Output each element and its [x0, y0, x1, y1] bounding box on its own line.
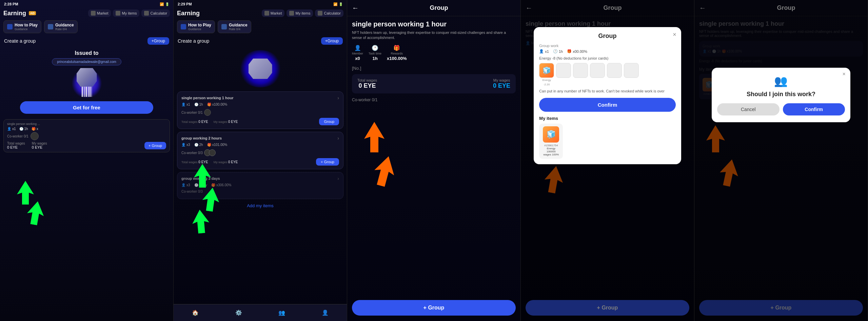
bottom-nav-person[interactable]: 👤: [320, 308, 330, 318]
svg-marker-3: [201, 187, 221, 212]
co-worker-section-1: Co-worker 0/1: [7, 131, 166, 142]
svg-marker-2: [194, 164, 211, 188]
bottom-nav-settings[interactable]: ⚙️: [234, 308, 243, 318]
group-card-title-0: single person working 1 hour: [181, 96, 233, 100]
avatar-1: [31, 132, 39, 140]
wages-0: Total wages 0 EYE My wages 0 EYE: [181, 120, 238, 124]
chevron-right-1: ›: [337, 135, 339, 141]
item-detail-4: Energy 100000wages 100%: [542, 147, 560, 156]
confirm-button[interactable]: Confirm: [783, 103, 845, 115]
panel-earning-2: 2:29 PM 📶 🔋 Earning Market My items Calc…: [174, 0, 347, 321]
get-free-button[interactable]: Get for free: [20, 101, 153, 114]
modal-close-btn-4[interactable]: ×: [673, 31, 676, 38]
guidance-btn-2[interactable]: Guidance Rate 0/4: [218, 20, 251, 33]
panel-earning-1: 2:28 PM 📶 🔋 Earning AD Market My items C…: [0, 0, 174, 321]
stat-rewards: 🎁 Rewards x100.00%: [387, 45, 407, 61]
how-to-play-btn-2[interactable]: How to Play Guidance: [177, 20, 215, 33]
panel-confirm-dialog: ← Group single person working 1 hour NFT…: [694, 0, 868, 321]
chevron-right-0: ›: [337, 95, 339, 101]
nft-glow-1: [72, 68, 102, 99]
create-group-button-2[interactable]: +Group: [321, 37, 343, 45]
group-join-btn-1[interactable]: + Group: [316, 158, 339, 166]
issued-to-label: Issued to: [75, 50, 98, 56]
create-group-label-1: Create a group: [4, 38, 36, 44]
coworker-text-3: Co-worker 0/1: [352, 98, 516, 102]
tab-myitems-1[interactable]: My items: [113, 9, 139, 17]
tab-market-2[interactable]: Market: [262, 9, 285, 17]
time-2: 2:29 PM: [178, 2, 192, 6]
modal-stats-row-4: 👤 x1 🕐 1h 🎁 x00.00%: [539, 49, 675, 53]
nft-slot-empty-4[interactable]: [607, 63, 622, 78]
tab-calculator-1[interactable]: Calculator: [141, 9, 170, 17]
nft-slot-empty-5[interactable]: [624, 63, 639, 78]
add-my-items-link[interactable]: Add my items: [174, 201, 347, 210]
modal-my-items-label-4: My items: [539, 116, 675, 121]
tab-calculator-2[interactable]: Calculator: [315, 9, 343, 17]
confirm-box: × 👥 Should I join this work? Cancel Conf…: [712, 68, 850, 122]
create-group-label-2: Create a group: [178, 38, 209, 44]
barcode-icon: [78, 85, 95, 99]
nav-title-2: Earning: [177, 10, 200, 17]
tab-myitems-2[interactable]: My items: [287, 9, 313, 17]
nft-hero-2: [174, 47, 347, 89]
modal-item-card-4[interactable]: 🧊 #15901754 Energy 100000wages 100%: [539, 124, 563, 159]
nft-slot-empty-3[interactable]: [590, 63, 605, 78]
guidance-btn-1[interactable]: Guidance Rate 0/4: [44, 20, 78, 33]
nft-shape-2: [249, 59, 272, 79]
stat-tasktime: 🕐 Task time 1h: [369, 45, 381, 61]
tab-market-1[interactable]: Market: [88, 9, 111, 17]
bottom-nav-group[interactable]: 👥: [277, 308, 287, 318]
panel-group-modal: ← Group single person working 1 hour NFT…: [521, 0, 694, 321]
status-bar-2: 2:29 PM 📶 🔋: [174, 0, 347, 8]
wages-row-mini: Total wages0 EYE My wages0 EYE: [7, 142, 47, 149]
join-group-button-3[interactable]: + Group: [352, 300, 516, 316]
back-button-3[interactable]: ←: [352, 4, 359, 12]
myitems-icon: [116, 11, 120, 16]
confirm-modal-overlay: × 👥 Should I join this work? Cancel Conf…: [694, 0, 868, 321]
confirm-close-btn[interactable]: ×: [843, 71, 846, 77]
modal-title-4: Group: [539, 33, 675, 40]
group-detail-desc: NFT holders team up, leveraging their ex…: [352, 30, 516, 41]
guidance-icon-1: [48, 24, 53, 29]
group-detail-stats: 👤 Member x0 🕐 Task time 1h 🎁 Rewards x10…: [352, 45, 516, 61]
nft-slot-empty-2[interactable]: [573, 63, 588, 78]
modal-confirm-button-4[interactable]: Confirm: [539, 98, 675, 112]
modal-energy-note-4: Energy -8 (No deductions for junior card…: [539, 56, 675, 60]
total-wages-block: Total wages 0 EYE: [357, 78, 377, 89]
modal-desc-4: Can put in any number of NFTs to work. C…: [539, 89, 675, 94]
bottom-nav-home[interactable]: 🏠: [191, 308, 200, 318]
issued-email: princeabdulsamadadewale@gmail.com: [52, 58, 121, 65]
group-card-0: single person working 1 hour › 👤 x1 🕐 1h…: [177, 91, 343, 129]
nav-title-1: Earning: [3, 10, 26, 17]
create-group-bar-2: Create a group +Group: [174, 35, 347, 47]
nft-shape-1: [77, 68, 97, 99]
cancel-button[interactable]: Cancel: [717, 103, 779, 115]
nav-tabs-2: Market My items Calculator: [262, 9, 343, 17]
group-join-btn-0[interactable]: Group: [319, 118, 339, 125]
green-arrow-p2-1: [194, 164, 211, 189]
play-icon-1: [7, 24, 13, 29]
mini-group-card-1: single person working ... 👤 x1 🕐 1h 🎁 x …: [3, 119, 170, 152]
how-to-play-text-1: How to Play Guidance: [15, 23, 38, 31]
panel-title-3: Group: [362, 4, 516, 12]
bottom-nav-2: 🏠 ⚙️ 👥 👤: [174, 304, 347, 321]
create-group-button-1[interactable]: +Group: [147, 37, 169, 45]
guidance-bar-1: How to Play Guidance Guidance Rate 0/4: [0, 18, 173, 35]
group-join-mini-btn[interactable]: + Group: [144, 142, 166, 149]
group-detail-content: single person working 1 hour NFT holders…: [347, 16, 520, 111]
how-to-play-btn-1[interactable]: How to Play Guidance: [3, 20, 41, 33]
panel-header-3: ← Group: [347, 0, 520, 16]
green-arrow-p2-3: [191, 209, 210, 235]
guidance-text-1: Guidance Rate 0/4: [55, 23, 74, 31]
guidance-bar-2: How to Play Guidance Guidance Rate 0/4: [174, 18, 347, 35]
play-icon-2: [181, 24, 186, 29]
nft-slot-empty-1[interactable]: [556, 63, 571, 78]
guidance-icon-2: [221, 24, 227, 29]
group-detail-title: single person working 1 hour: [352, 20, 516, 28]
group-icon: 👥: [717, 74, 845, 87]
myitems-icon-2: [289, 11, 294, 16]
modal-overlay-4: × Group Group work 👤 x1 🕐 1h 🎁 x00.00% E…: [521, 0, 694, 321]
confirm-question: Should I join this work?: [717, 91, 845, 98]
co-worker-avatars-1: [204, 149, 216, 156]
nft-slot-filled-0[interactable]: 🧊: [539, 63, 554, 78]
